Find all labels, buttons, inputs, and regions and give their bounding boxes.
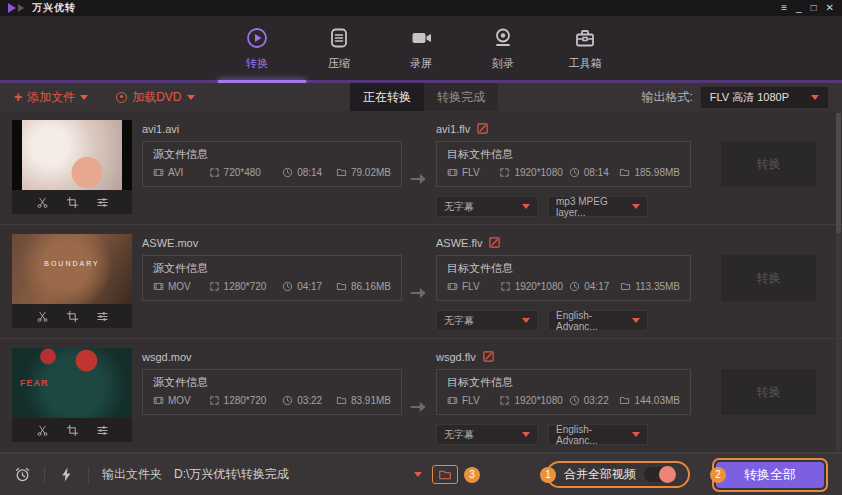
edit-icon[interactable] xyxy=(482,350,495,363)
subtitle-select[interactable]: 无字幕 xyxy=(436,424,538,445)
annotation-badge-2: 2 xyxy=(710,467,726,483)
source-file-name: avi1.avi xyxy=(142,120,402,137)
bottom-bar: 输出文件夹 D:\万兴优转\转换完成 3 1 合并全部视频 2 转换全部 xyxy=(0,453,842,495)
title-bar: 万兴优转 ≡ _ □ ✕ xyxy=(0,0,842,16)
edit-icon[interactable] xyxy=(476,122,489,135)
subtitle-select[interactable]: 无字幕 xyxy=(436,310,538,331)
dvd-icon xyxy=(116,92,127,103)
audio-select[interactable]: mp3 MPEG layer... xyxy=(548,196,648,217)
effects-icon[interactable] xyxy=(96,310,109,323)
toolbar: + 添加文件 加载DVD 正在转换 转换完成 输出格式: FLV 高清 1080… xyxy=(0,83,842,111)
scrollbar[interactable] xyxy=(836,113,841,451)
chevron-down-icon xyxy=(187,95,195,100)
table-row: BOUNDARY ASWE.mov 源文件信息 MOV 1280*720 04:… xyxy=(0,225,842,339)
app-title: 万兴优转 xyxy=(32,1,76,15)
merge-all-toggle[interactable] xyxy=(644,467,676,482)
annotation-badge-1: 1 xyxy=(540,467,556,483)
chevron-down-icon xyxy=(811,95,819,100)
film-icon xyxy=(447,395,458,406)
tab-burn[interactable]: 刻录 xyxy=(476,26,530,83)
tab-compress[interactable]: 压缩 xyxy=(312,26,366,83)
chevron-down-icon xyxy=(414,472,422,477)
resolution-icon xyxy=(209,167,220,178)
convert-button[interactable]: 转换 xyxy=(721,255,816,301)
close-icon[interactable]: ✕ xyxy=(826,0,834,16)
target-file-name: wsgd.flv xyxy=(436,351,476,363)
load-dvd-button[interactable]: 加载DVD xyxy=(116,89,194,106)
folder-icon xyxy=(619,167,630,178)
film-icon xyxy=(447,167,458,178)
tab-screen-record[interactable]: 录屏 xyxy=(394,26,448,83)
convert-button[interactable]: 转换 xyxy=(721,141,816,187)
app-logo-swoosh-icon xyxy=(18,4,24,12)
subtitle-select[interactable]: 无字幕 xyxy=(436,196,538,217)
resolution-icon xyxy=(499,395,510,406)
source-info-panel: 源文件信息 MOV 1280*720 03:22 83.91MB xyxy=(142,369,402,415)
clock-icon xyxy=(282,395,293,406)
trim-icon[interactable] xyxy=(36,310,49,323)
video-thumbnail[interactable]: FEAR xyxy=(12,348,132,418)
annotation-badge-3: 3 xyxy=(464,467,480,483)
arrow-right-icon xyxy=(409,283,429,303)
clock-icon xyxy=(569,395,580,406)
scrollbar-thumb[interactable] xyxy=(836,113,841,233)
divider xyxy=(88,467,89,483)
audio-select[interactable]: English-Advanc... xyxy=(548,310,648,331)
maximize-icon[interactable]: □ xyxy=(811,0,817,16)
minimize-icon[interactable]: _ xyxy=(796,0,802,16)
menu-icon[interactable]: ≡ xyxy=(781,0,787,16)
toolbox-icon xyxy=(573,26,597,50)
video-thumbnail[interactable]: BOUNDARY xyxy=(12,234,132,304)
add-files-button[interactable]: + 添加文件 xyxy=(14,89,88,106)
target-info-panel: 目标文件信息 FLV 1920*1080 08:14 185.98MB xyxy=(436,141,691,187)
crop-icon[interactable] xyxy=(66,196,79,209)
trim-icon[interactable] xyxy=(36,424,49,437)
merge-all-label: 合并全部视频 xyxy=(564,466,636,483)
arrow-right-icon xyxy=(409,397,429,417)
crop-icon[interactable] xyxy=(66,424,79,437)
film-icon xyxy=(153,281,164,292)
folder-icon xyxy=(336,395,347,406)
open-folder-button[interactable] xyxy=(432,465,458,484)
target-file-name: ASWE.flv xyxy=(436,237,482,249)
plus-icon: + xyxy=(14,89,22,105)
target-info-panel: 目标文件信息 FLV 1920*1080 03:22 144.03MB xyxy=(436,369,691,415)
folder-icon xyxy=(620,281,631,292)
resolution-icon xyxy=(499,167,510,178)
source-file-name: ASWE.mov xyxy=(142,234,402,251)
schedule-icon[interactable] xyxy=(14,466,31,483)
compress-icon xyxy=(327,26,351,50)
edit-icon[interactable] xyxy=(488,236,501,249)
tab-convert[interactable]: 转换 xyxy=(230,26,284,83)
clock-icon xyxy=(569,167,580,178)
output-folder-path: D:\万兴优转\转换完成 xyxy=(174,466,289,483)
convert-button[interactable]: 转换 xyxy=(721,369,816,415)
trim-icon[interactable] xyxy=(36,196,49,209)
resolution-icon xyxy=(500,281,511,292)
film-icon xyxy=(153,395,164,406)
audio-select[interactable]: English-Advanc... xyxy=(548,424,648,445)
output-format-label: 输出格式: xyxy=(641,89,692,106)
folder-icon xyxy=(619,395,630,406)
resolution-icon xyxy=(209,395,220,406)
convert-icon xyxy=(245,26,269,50)
tab-toolbox[interactable]: 工具箱 xyxy=(558,26,612,83)
crop-icon[interactable] xyxy=(66,310,79,323)
effects-icon[interactable] xyxy=(96,424,109,437)
tab-converting[interactable]: 正在转换 xyxy=(350,83,424,111)
target-info-panel: 目标文件信息 FLV 1920*1080 04:17 113.35MB xyxy=(436,255,691,301)
convert-all-button[interactable]: 转换全部 xyxy=(716,462,824,488)
tab-converted[interactable]: 转换完成 xyxy=(424,83,498,111)
open-folder-icon xyxy=(438,468,452,482)
high-speed-icon[interactable] xyxy=(58,466,75,483)
output-format-select[interactable]: FLV 高清 1080P xyxy=(701,87,828,108)
app-logo-icon xyxy=(8,3,16,13)
effects-icon[interactable] xyxy=(96,196,109,209)
clock-icon xyxy=(569,281,580,292)
table-row: avi1.avi 源文件信息 AVI 720*480 08:14 79.02MB… xyxy=(0,111,842,225)
film-icon xyxy=(153,167,164,178)
video-thumbnail[interactable] xyxy=(12,120,132,190)
output-folder-select[interactable]: D:\万兴优转\转换完成 xyxy=(174,466,422,483)
main-nav: 转换 压缩 录屏 刻录 工具箱 xyxy=(0,16,842,83)
merge-all-group: 1 合并全部视频 xyxy=(546,461,690,488)
